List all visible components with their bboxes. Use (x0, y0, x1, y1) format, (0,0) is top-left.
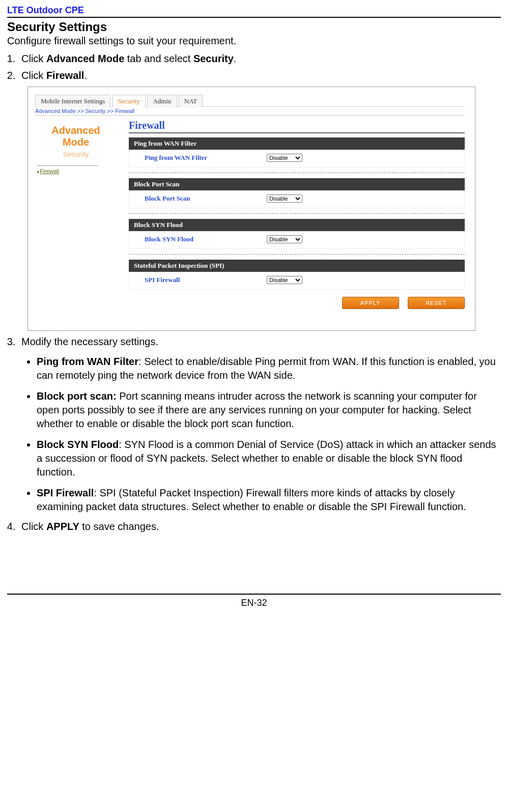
breadcrumb: Advanced Mode >> Security >> Firewall (35, 106, 465, 116)
step-2: Click Firewall. (18, 70, 501, 81)
steps-list-cont: Modify the necessary settings. Ping from… (7, 336, 501, 533)
separator (129, 254, 465, 255)
step-4-b: APPLY (46, 521, 79, 532)
separator (129, 213, 465, 214)
main-panel: Firewall Ping from WAN Filter Ping from … (124, 120, 475, 309)
steps-list: Click Advanced Mode tab and select Secur… (7, 53, 501, 81)
tab-bar: Mobile Internet Settings Security Admin … (35, 94, 475, 105)
group-body-blockport: Block Port Scan Disable (129, 190, 465, 208)
group-label-spi: SPI Firewall (145, 276, 267, 284)
group-label-ping: Ping from WAN Filter (145, 154, 267, 162)
step-3: Modify the necessary settings. Ping from… (18, 336, 501, 514)
embedded-screenshot: Mobile Internet Settings Security Admin … (27, 87, 475, 331)
bullet-blockport: Block port scan: Port scanning means int… (37, 389, 501, 431)
step-1-pre: Click (21, 53, 46, 64)
body-row: Advanced Mode Security Firewall Firewall… (28, 120, 475, 309)
step-1-b2: Security (193, 53, 234, 64)
tab-admin[interactable]: Admin (147, 95, 177, 107)
tab-nat[interactable]: NAT (179, 95, 203, 107)
spi-select[interactable]: Disable (267, 276, 302, 284)
sidebar-mode-label: Mode (30, 136, 122, 148)
step-2-post: . (84, 70, 87, 81)
step-4-pre: Click (21, 521, 46, 532)
step-1: Click Advanced Mode tab and select Secur… (18, 53, 501, 65)
group-label-blockport: Block Port Scan (145, 194, 267, 203)
apply-button[interactable]: APPLY (342, 297, 399, 309)
block-syn-select[interactable]: Disable (267, 235, 302, 243)
bullet-syn-b: Block SYN Flood (37, 439, 119, 450)
tab-security[interactable]: Security (112, 95, 146, 107)
group-header-syn: Block SYN Flood (129, 219, 465, 231)
step-1-mid: tab and select (124, 53, 193, 64)
bullet-syn-sep: : (119, 439, 124, 450)
group-body-syn: Block SYN Flood Disable (129, 231, 465, 249)
group-header-ping: Ping from WAN Filter (129, 137, 465, 150)
bullet-ping: Ping from WAN Filter: Select to enable/d… (37, 355, 501, 382)
bullet-spi-t: SPI (Stateful Packet Inspection) Firewal… (37, 487, 466, 512)
group-body-ping: Ping from WAN Filter Disable (129, 150, 465, 167)
page-footer: EN-32 (7, 594, 501, 608)
step-2-pre: Click (21, 70, 46, 81)
step-3-text: Modify the necessary settings. (21, 336, 158, 347)
block-port-select[interactable]: Disable (267, 194, 302, 203)
bullet-list: Ping from WAN Filter: Select to enable/d… (21, 355, 501, 514)
sidebar-item-firewall[interactable]: Firewall (37, 165, 98, 174)
reset-button[interactable]: RESET (408, 297, 465, 309)
step-4: Click APPLY to save changes. (18, 521, 501, 533)
group-label-syn: Block SYN Flood (145, 235, 267, 243)
section-subtitle: Configure firewall settings to suit your… (7, 35, 501, 47)
bullet-ping-b: Ping from WAN Filter (37, 356, 138, 367)
sidebar-security-label: Security (30, 150, 122, 158)
button-row: APPLY RESET (129, 297, 465, 309)
step-1-b1: Advanced Mode (46, 53, 124, 64)
sidebar: Advanced Mode Security Firewall (28, 120, 124, 309)
step-2-b: Firewall (46, 70, 84, 81)
sidebar-advanced-label: Advanced (30, 125, 122, 136)
separator (129, 173, 465, 173)
bullet-blockport-b: Block port scan: (37, 390, 117, 402)
group-body-spi: SPI Firewall Disable (129, 272, 465, 290)
bullet-spi-b: SPI Firewall (37, 487, 94, 498)
ping-wan-select[interactable]: Disable (267, 154, 302, 162)
group-header-blockport: Block Port Scan (129, 178, 465, 190)
bullet-ping-sep: : (138, 356, 144, 367)
group-header-spi: Stateful Packet Inspection (SPI) (129, 260, 465, 272)
panel-title: Firewall (129, 120, 465, 133)
bullet-spi: SPI Firewall: SPI (Stateful Packet Inspe… (37, 486, 501, 514)
step-4-post: to save changes. (79, 521, 159, 532)
bullet-spi-sep: : (94, 487, 99, 498)
step-1-post: . (234, 53, 237, 64)
tab-mobile-internet-settings[interactable]: Mobile Internet Settings (35, 95, 110, 107)
doc-header: LTE Outdoor CPE (7, 5, 501, 18)
section-title: Security Settings (7, 20, 501, 34)
bullet-syn: Block SYN Flood: SYN Flood is a common D… (37, 438, 501, 479)
